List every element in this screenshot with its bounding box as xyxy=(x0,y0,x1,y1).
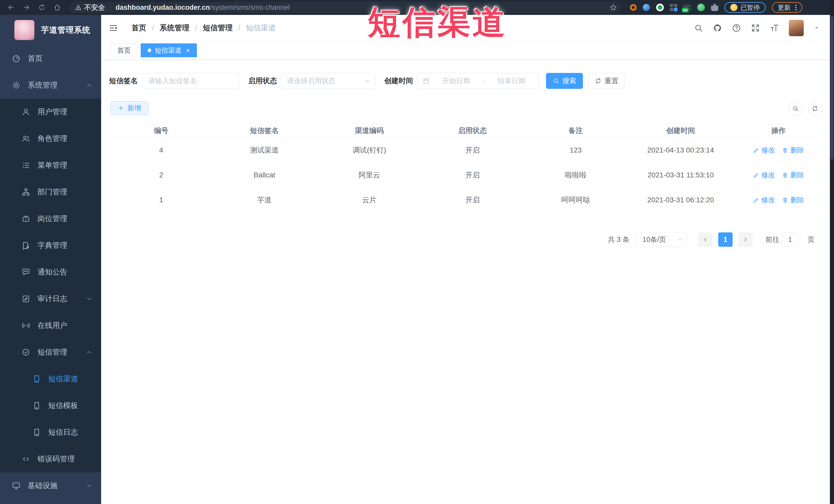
help-icon[interactable] xyxy=(732,23,741,32)
scrollbar-thumb[interactable] xyxy=(830,16,833,160)
goto-page-input[interactable] xyxy=(782,232,798,247)
chevron-down-icon xyxy=(86,482,92,489)
cell-code: 云片 xyxy=(318,195,421,205)
emoji-avatar-icon xyxy=(730,4,738,11)
tab-home[interactable]: 首页 xyxy=(110,43,137,57)
status-select[interactable]: 请选择启用状态 xyxy=(281,73,375,89)
sidebar-item-infrastructure[interactable]: 基础设施 xyxy=(0,473,101,499)
date-range-picker[interactable]: 开始日期 - 结束日期 xyxy=(417,73,539,89)
page-size-select[interactable]: 10条/页 xyxy=(636,232,687,247)
table-row: 4 测试渠道 调试(钉钉) 开启 123 2021-04-13 00:23:14… xyxy=(111,138,823,163)
tab-sms-channel[interactable]: 短信渠道 × xyxy=(141,43,197,57)
font-size-icon[interactable] xyxy=(770,23,779,32)
sidebar-item-label: 错误码管理 xyxy=(38,454,75,464)
caret-down-icon[interactable] xyxy=(813,25,820,31)
prev-page-button[interactable] xyxy=(698,232,712,247)
search-button-label: 搜索 xyxy=(563,76,576,86)
sidebar-item-post-mgmt[interactable]: 岗位管理 xyxy=(0,205,101,232)
fullscreen-icon[interactable] xyxy=(751,23,760,32)
update-button[interactable]: 更新 xyxy=(772,2,803,13)
extension-green-circle-icon[interactable] xyxy=(656,4,664,11)
phone-icon xyxy=(32,428,41,437)
browser-menu-icon[interactable] xyxy=(795,5,796,10)
refresh-icon xyxy=(812,105,818,112)
sidebar-item-sms-template[interactable]: 短信模板 xyxy=(0,392,101,419)
col-header-remark: 备注 xyxy=(524,126,627,136)
code-icon xyxy=(22,455,30,463)
profile-paused-chip[interactable]: 已暂停 xyxy=(724,2,766,13)
sidebar-item-home[interactable]: 首页 xyxy=(0,45,101,72)
extension-bars-icon[interactable]: on xyxy=(683,4,691,11)
breadcrumb-system-mgmt[interactable]: 系统管理 xyxy=(160,23,190,33)
browser-home-icon[interactable] xyxy=(53,3,62,12)
bookmark-star-icon[interactable] xyxy=(609,4,617,11)
sign-input[interactable] xyxy=(142,73,239,89)
sidebar-item-label: 用户管理 xyxy=(38,107,67,117)
sidebar-item-label: 岗位管理 xyxy=(38,214,67,224)
page-number-current[interactable]: 1 xyxy=(718,232,732,247)
cell-create-time: 2021-04-13 00:23:14 xyxy=(627,146,734,154)
security-indicator[interactable]: 不安全 xyxy=(75,3,105,12)
sidebar-item-dict-mgmt[interactable]: 字典管理 xyxy=(0,232,101,259)
sidebar-item-audit-log[interactable]: 审计日志 xyxy=(0,285,101,312)
sidebar-item-online-users[interactable]: 在线用户 xyxy=(0,312,101,339)
sidebar-item-sms-log[interactable]: 短信日志 xyxy=(0,419,101,446)
extension-grid-icon[interactable] xyxy=(670,4,677,11)
next-page-button[interactable] xyxy=(738,232,753,247)
extensions-puzzle-icon[interactable] xyxy=(711,4,718,11)
breadcrumb-sms-mgmt[interactable]: 短信管理 xyxy=(203,23,233,33)
sidebar: 芋道管理系统 首页 系统管理 用户管理 角色管理 菜单管理 部门管理 岗位管理 … xyxy=(0,15,101,504)
chevron-up-icon xyxy=(86,82,92,89)
edit-link[interactable]: 修改 xyxy=(753,195,775,205)
tree-icon xyxy=(22,188,30,196)
delete-link[interactable]: 删除 xyxy=(782,171,804,180)
browser-forward-icon[interactable] xyxy=(22,3,31,12)
browser-reload-icon[interactable] xyxy=(38,3,46,12)
edit-link[interactable]: 修改 xyxy=(753,171,775,180)
extension-blue-icon[interactable] xyxy=(643,4,650,11)
sidebar-item-menu-mgmt[interactable]: 菜单管理 xyxy=(0,152,101,179)
close-icon[interactable]: × xyxy=(186,47,190,54)
status-placeholder: 请选择启用状态 xyxy=(287,76,335,86)
user-avatar[interactable] xyxy=(789,20,804,36)
extension-orange-icon[interactable] xyxy=(630,4,637,11)
sidebar-item-sms-mgmt[interactable]: 短信管理 xyxy=(0,339,101,366)
github-icon[interactable] xyxy=(713,23,722,32)
breadcrumb-separator: / xyxy=(195,24,197,32)
sidebar-item-sms-channel[interactable]: 短信渠道 xyxy=(0,366,101,392)
table-tools xyxy=(789,102,822,115)
table-header-row: 编号 短信签名 渠道编码 启用状态 备注 创建时间 操作 xyxy=(111,123,823,138)
delete-link[interactable]: 删除 xyxy=(782,195,804,205)
sidebar-item-role-mgmt[interactable]: 角色管理 xyxy=(0,125,101,152)
trash-icon xyxy=(782,197,788,203)
sidebar-item-error-code-mgmt[interactable]: 错误码管理 xyxy=(0,446,101,473)
sidebar-item-notice[interactable]: 通知公告 xyxy=(0,259,101,285)
warning-icon xyxy=(75,4,82,11)
search-icon xyxy=(553,78,559,84)
toggle-search-button[interactable] xyxy=(789,102,803,115)
browser-back-icon[interactable] xyxy=(7,3,16,12)
search-button[interactable]: 搜索 xyxy=(546,73,583,89)
sidebar-item-user-mgmt[interactable]: 用户管理 xyxy=(0,98,101,125)
reset-button[interactable]: 重置 xyxy=(589,73,624,89)
refresh-table-button[interactable] xyxy=(808,102,822,115)
breadcrumb-home[interactable]: 首页 xyxy=(131,23,146,33)
status-label: 启用状态 xyxy=(248,76,277,86)
search-icon[interactable] xyxy=(694,23,703,32)
extension-robot-icon[interactable] xyxy=(697,4,705,11)
sidebar-item-label: 短信日志 xyxy=(48,427,78,438)
address-bar[interactable]: 不安全 dashboard.yudao.iocoder.cn/system/sm… xyxy=(69,2,621,13)
update-label: 更新 xyxy=(778,3,791,12)
sidebar-item-system-mgmt[interactable]: 系统管理 xyxy=(0,72,101,98)
sidebar-collapse-icon[interactable] xyxy=(108,23,118,33)
col-header-code: 渠道编码 xyxy=(318,126,421,136)
sidebar-item-dept-mgmt[interactable]: 部门管理 xyxy=(0,179,101,205)
delete-link[interactable]: 删除 xyxy=(782,146,804,155)
browser-scrollbar[interactable] xyxy=(830,0,834,504)
edit-link[interactable]: 修改 xyxy=(753,146,775,155)
add-button[interactable]: 新增 xyxy=(110,101,148,115)
app-logo[interactable]: 芋道管理系统 xyxy=(0,15,101,45)
header-actions xyxy=(694,20,820,36)
app-title: 芋道管理系统 xyxy=(41,25,90,36)
cell-signature: 芋道 xyxy=(211,195,318,205)
